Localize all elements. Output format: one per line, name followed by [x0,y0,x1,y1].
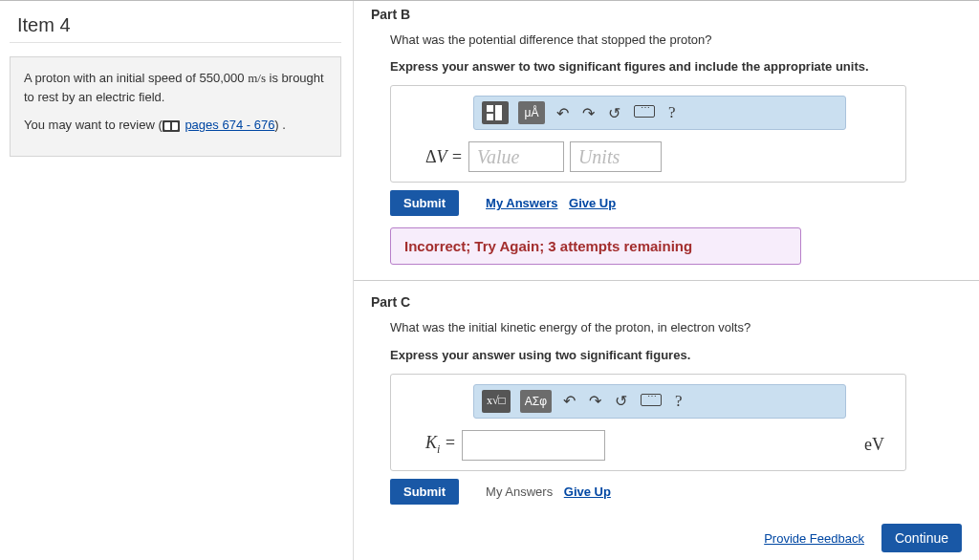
value-input[interactable] [462,430,605,461]
part-b-submit-row: Submit My Answers Give Up [390,190,962,216]
redo-icon[interactable]: ↷ [580,104,597,122]
give-up-link[interactable]: Give Up [564,485,611,499]
value-input[interactable]: Value [468,141,564,172]
part-b-variable: ΔV = [425,147,463,167]
part-b-instruction: Express your answer to two significant f… [390,58,962,75]
part-b-answer-line: ΔV = Value Units [425,141,890,172]
part-c-answer-line: Ki = eV [425,430,894,461]
undo-icon[interactable]: ↶ [555,104,571,122]
divider [354,280,979,281]
help-icon[interactable]: ? [673,392,685,411]
submit-button[interactable]: Submit [390,190,459,216]
part-c-heading: Part C [371,294,962,310]
part-c-answer-box: x√□ ΑΣφ ↶ ↷ ↺ ? Ki = eV [390,374,906,471]
keyboard-icon[interactable] [632,104,657,121]
submit-button[interactable]: Submit [390,479,459,505]
part-c-instruction: Express your answer using two significan… [390,347,962,364]
provide-feedback-link[interactable]: Provide Feedback [764,531,864,546]
problem-text: A proton with an initial speed of 550,00… [24,69,327,106]
template-tool-icon[interactable] [482,101,509,124]
right-panel: Part B What was the potential difference… [354,1,979,560]
continue-button[interactable]: Continue [881,524,962,552]
review-line: You may want to review ( pages 674 - 676… [24,116,327,135]
part-c-submit-row: Submit My Answers Give Up [390,479,962,505]
redo-icon[interactable]: ↷ [587,392,603,410]
part-b-answer-box: μÅ ↶ ↷ ↺ ? ΔV = Value Units [390,85,906,183]
part-b-toolbar: μÅ ↶ ↷ ↺ ? [473,96,846,130]
feedback-message: Incorrect; Try Again; 3 attempts remaini… [390,227,801,265]
reset-icon[interactable]: ↺ [606,104,622,122]
undo-icon[interactable]: ↶ [561,392,577,410]
sqrt-tool-icon[interactable]: x√□ [482,390,511,413]
my-answers-link[interactable]: My Answers [486,196,557,210]
part-b-heading: Part B [371,7,962,22]
unit-suffix: eV [864,435,894,455]
part-c-variable: Ki = [425,433,456,457]
units-input[interactable]: Units [570,141,662,172]
review-pages-link[interactable]: pages 674 - 676 [185,118,274,132]
part-c-toolbar: x√□ ΑΣφ ↶ ↷ ↺ ? [473,384,846,419]
part-c: Part C What was the initial kinetic ener… [371,294,962,504]
item-title: Item 4 [10,9,341,43]
give-up-link[interactable]: Give Up [569,196,616,210]
problem-statement: A proton with an initial speed of 550,00… [10,56,341,157]
help-icon[interactable]: ? [666,103,678,122]
part-c-question: What was the initial kinetic energy of t… [390,319,962,336]
keyboard-icon[interactable] [639,393,664,410]
greek-tool-button[interactable]: ΑΣφ [520,390,552,413]
part-b-question: What was the potential difference that s… [390,32,962,49]
book-icon [163,120,180,132]
footer: Provide Feedback Continue [764,524,962,552]
units-tool-button[interactable]: μÅ [518,101,545,124]
part-b: Part B What was the potential difference… [371,7,962,265]
reset-icon[interactable]: ↺ [613,392,629,410]
left-panel: Item 4 A proton with an initial speed of… [0,1,354,560]
my-answers-link[interactable]: My Answers [486,485,553,499]
